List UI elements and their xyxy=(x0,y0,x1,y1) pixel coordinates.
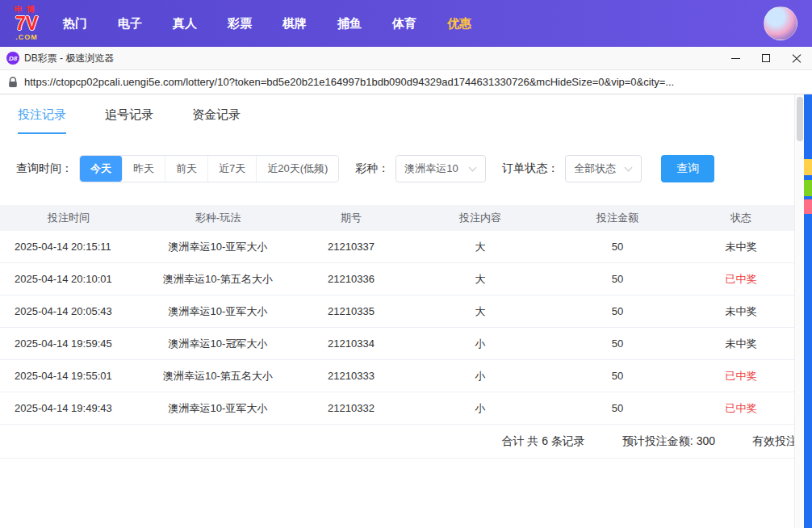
cell-status: 已中奖 xyxy=(678,272,804,287)
lottery-record-page: 投注记录追号记录资金记录 查询时间： 今天昨天前天近7天近20天(低频) 彩种：… xyxy=(0,94,804,528)
cell-issue-number: 21210336 xyxy=(299,273,404,285)
cell-bet-amount: 50 xyxy=(557,273,678,285)
table-row: 2025-04-14 20:05:43澳洲幸运10-亚军大小21210335大5… xyxy=(0,295,804,328)
table-row: 2025-04-14 19:49:43澳洲幸运10-亚军大小21210332小5… xyxy=(0,392,804,425)
time-option[interactable]: 今天 xyxy=(80,156,123,182)
lottery-select-value: 澳洲幸运10 xyxy=(404,161,458,176)
maximize-icon[interactable] xyxy=(751,47,781,69)
logo-text-bottom: .COM xyxy=(15,34,38,41)
column-header: 状态 xyxy=(678,211,804,225)
table-body: 2025-04-14 20:15:11澳洲幸运10-亚军大小21210337大5… xyxy=(0,231,804,425)
summary-total: 合计 共 6 条记录 xyxy=(501,434,584,449)
search-button[interactable]: 查询 xyxy=(661,155,714,182)
nav-item[interactable]: 优惠 xyxy=(447,16,471,31)
cell-game-play: 澳洲幸运10-冠军大小 xyxy=(137,337,299,351)
table-row: 2025-04-14 19:55:01澳洲幸运10-第五名大小21210333小… xyxy=(0,360,804,392)
url-text: https://ctopcp02pcali.uengi5e.com/lotter… xyxy=(24,76,674,88)
time-option[interactable]: 近7天 xyxy=(208,156,257,182)
column-header: 投注金额 xyxy=(557,211,678,225)
time-filter-label: 查询时间： xyxy=(16,161,73,176)
column-header: 投注时间 xyxy=(0,211,137,225)
tab[interactable]: 追号记录 xyxy=(105,107,153,134)
time-option[interactable]: 近20天(低频) xyxy=(257,156,338,182)
table-row: 2025-04-14 19:59:45澳洲幸运10-冠军大小21210334小5… xyxy=(0,328,804,360)
order-status-value: 全部状态 xyxy=(574,161,616,176)
app-icon-text: D8 xyxy=(9,55,17,62)
cell-issue-number: 21210335 xyxy=(299,305,404,317)
cell-bet-amount: 50 xyxy=(557,337,678,350)
page-scrollbar[interactable] xyxy=(794,94,804,528)
nav-item[interactable]: 热门 xyxy=(63,16,87,31)
logo-text-main: 7V xyxy=(15,14,38,33)
cell-issue-number: 21210337 xyxy=(299,241,404,253)
address-bar[interactable]: https://ctopcp02pcali.uengi5e.com/lotter… xyxy=(0,70,812,94)
cell-bet-content: 小 xyxy=(404,369,557,383)
chevron-down-icon xyxy=(625,164,633,172)
filter-bar: 查询时间： 今天昨天前天近7天近20天(低频) 彩种： 澳洲幸运10 订单状态：… xyxy=(16,155,804,182)
browser-app-icon: D8 xyxy=(6,52,19,65)
cell-status: 已中奖 xyxy=(678,369,804,383)
browser-title-bar: D8 DB彩票 - 极速浏览器 xyxy=(0,47,812,70)
nav-item[interactable]: 体育 xyxy=(392,16,416,31)
cell-bet-time: 2025-04-14 20:10:01 xyxy=(0,273,137,285)
bet-record-table: 投注时间彩种-玩法期号投注内容投注金额状态 2025-04-14 20:15:1… xyxy=(0,205,804,425)
cell-bet-amount: 50 xyxy=(557,370,678,382)
cell-bet-content: 小 xyxy=(404,337,557,351)
column-header: 彩种-玩法 xyxy=(137,211,299,225)
cell-status: 未中奖 xyxy=(678,337,804,351)
table-header-row: 投注时间彩种-玩法期号投注内容投注金额状态 xyxy=(0,205,804,231)
order-status-label: 订单状态： xyxy=(502,161,559,176)
cell-bet-content: 大 xyxy=(404,272,557,287)
cell-bet-content: 大 xyxy=(404,240,557,254)
cell-bet-time: 2025-04-14 19:49:43 xyxy=(0,402,137,414)
cell-bet-content: 小 xyxy=(404,401,557,416)
minimize-icon[interactable] xyxy=(720,47,751,69)
time-option[interactable]: 昨天 xyxy=(123,156,165,182)
nav-item[interactable]: 棋牌 xyxy=(283,16,307,31)
table-row: 2025-04-14 20:10:01澳洲幸运10-第五名大小21210336大… xyxy=(0,263,804,295)
column-header: 期号 xyxy=(299,211,404,225)
desktop-fragment-green xyxy=(804,180,812,196)
cell-bet-content: 大 xyxy=(404,304,557,319)
nav-item[interactable]: 电子 xyxy=(118,16,142,31)
cell-issue-number: 21210333 xyxy=(299,370,404,382)
close-icon[interactable] xyxy=(781,47,812,69)
cell-issue-number: 21210334 xyxy=(299,337,404,350)
cell-bet-amount: 50 xyxy=(557,402,678,414)
time-option[interactable]: 前天 xyxy=(165,156,208,182)
cell-game-play: 澳洲幸运10-亚军大小 xyxy=(137,401,299,416)
order-status-select[interactable]: 全部状态 xyxy=(565,155,642,182)
cell-bet-amount: 50 xyxy=(557,241,678,253)
chevron-down-icon xyxy=(469,164,477,172)
cell-status: 未中奖 xyxy=(678,240,804,254)
cell-bet-time: 2025-04-14 19:59:45 xyxy=(0,337,137,350)
cell-bet-time: 2025-04-14 19:55:01 xyxy=(0,370,137,382)
user-avatar[interactable] xyxy=(764,6,797,40)
lottery-filter-label: 彩种： xyxy=(355,161,389,176)
tab[interactable]: 资金记录 xyxy=(192,107,241,134)
time-filter-group: 今天昨天前天近7天近20天(低频) xyxy=(79,155,339,182)
column-header: 投注内容 xyxy=(404,211,557,225)
lock-icon xyxy=(8,77,18,88)
cell-bet-time: 2025-04-14 20:15:11 xyxy=(0,241,137,253)
cell-issue-number: 21210332 xyxy=(299,402,404,414)
nav-item[interactable]: 彩票 xyxy=(228,16,252,31)
cell-status: 已中奖 xyxy=(678,401,804,416)
cell-status: 未中奖 xyxy=(678,304,804,319)
window-title: DB彩票 - 极速浏览器 xyxy=(24,52,114,65)
cell-game-play: 澳洲幸运10-第五名大小 xyxy=(137,369,299,383)
window-controls xyxy=(720,47,812,69)
summary-expected-amount: 预计投注金额: 300 xyxy=(622,434,715,449)
lottery-select[interactable]: 澳洲幸运10 xyxy=(396,155,486,182)
site-top-nav: 申博 7V .COM 热门电子真人彩票棋牌捕鱼体育优惠 xyxy=(0,0,812,47)
summary-bar: 合计 共 6 条记录 预计投注金额: 300 有效投注金额 xyxy=(0,425,804,459)
nav-item[interactable]: 捕鱼 xyxy=(337,16,362,31)
desktop-edge-strip xyxy=(804,94,812,528)
tab[interactable]: 投注记录 xyxy=(18,107,66,134)
nav-item[interactable]: 真人 xyxy=(173,16,197,31)
site-logo[interactable]: 申博 7V .COM xyxy=(15,6,39,41)
scrollbar-thumb[interactable] xyxy=(797,97,803,141)
desktop-fragment-pink xyxy=(804,199,812,214)
record-tabs: 投注记录追号记录资金记录 xyxy=(0,94,804,134)
cell-bet-time: 2025-04-14 20:05:43 xyxy=(0,305,137,317)
